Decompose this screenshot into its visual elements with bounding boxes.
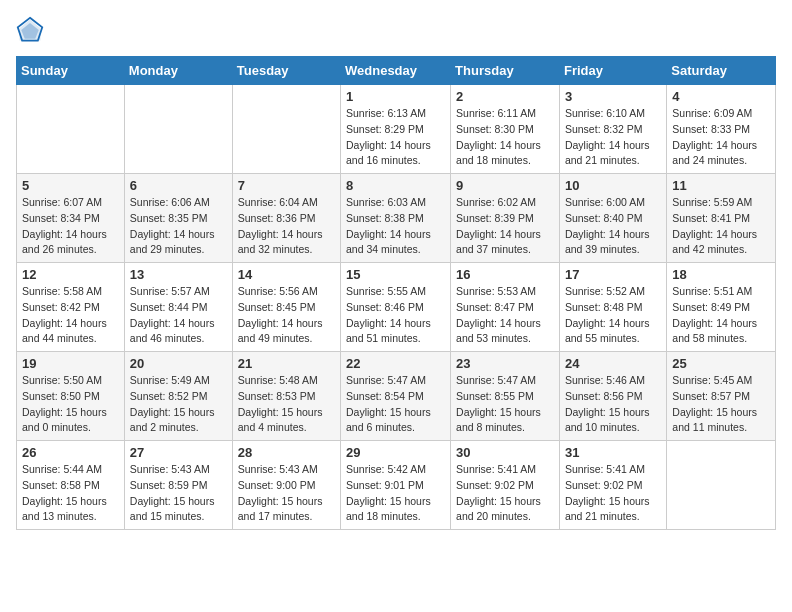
calendar-cell: 13Sunrise: 5:57 AMSunset: 8:44 PMDayligh… (124, 263, 232, 352)
day-number: 13 (130, 267, 227, 282)
calendar-cell: 4Sunrise: 6:09 AMSunset: 8:33 PMDaylight… (667, 85, 776, 174)
calendar-cell: 15Sunrise: 5:55 AMSunset: 8:46 PMDayligh… (341, 263, 451, 352)
day-number: 1 (346, 89, 445, 104)
calendar-cell: 12Sunrise: 5:58 AMSunset: 8:42 PMDayligh… (17, 263, 125, 352)
day-of-week-header: Monday (124, 57, 232, 85)
day-info: Sunrise: 5:53 AMSunset: 8:47 PMDaylight:… (456, 284, 554, 347)
day-of-week-header: Wednesday (341, 57, 451, 85)
calendar-cell: 23Sunrise: 5:47 AMSunset: 8:55 PMDayligh… (451, 352, 560, 441)
day-number: 4 (672, 89, 770, 104)
calendar-cell: 16Sunrise: 5:53 AMSunset: 8:47 PMDayligh… (451, 263, 560, 352)
day-number: 30 (456, 445, 554, 460)
day-number: 12 (22, 267, 119, 282)
day-info: Sunrise: 5:43 AMSunset: 9:00 PMDaylight:… (238, 462, 335, 525)
calendar-cell: 2Sunrise: 6:11 AMSunset: 8:30 PMDaylight… (451, 85, 560, 174)
calendar-cell: 20Sunrise: 5:49 AMSunset: 8:52 PMDayligh… (124, 352, 232, 441)
day-number: 21 (238, 356, 335, 371)
day-info: Sunrise: 6:10 AMSunset: 8:32 PMDaylight:… (565, 106, 661, 169)
calendar-cell: 7Sunrise: 6:04 AMSunset: 8:36 PMDaylight… (232, 174, 340, 263)
day-info: Sunrise: 5:51 AMSunset: 8:49 PMDaylight:… (672, 284, 770, 347)
calendar-cell: 21Sunrise: 5:48 AMSunset: 8:53 PMDayligh… (232, 352, 340, 441)
calendar-cell: 17Sunrise: 5:52 AMSunset: 8:48 PMDayligh… (559, 263, 666, 352)
calendar-week-row: 12Sunrise: 5:58 AMSunset: 8:42 PMDayligh… (17, 263, 776, 352)
day-info: Sunrise: 5:45 AMSunset: 8:57 PMDaylight:… (672, 373, 770, 436)
calendar-cell: 24Sunrise: 5:46 AMSunset: 8:56 PMDayligh… (559, 352, 666, 441)
calendar-week-row: 1Sunrise: 6:13 AMSunset: 8:29 PMDaylight… (17, 85, 776, 174)
day-info: Sunrise: 5:52 AMSunset: 8:48 PMDaylight:… (565, 284, 661, 347)
day-info: Sunrise: 5:44 AMSunset: 8:58 PMDaylight:… (22, 462, 119, 525)
day-number: 23 (456, 356, 554, 371)
day-info: Sunrise: 5:47 AMSunset: 8:54 PMDaylight:… (346, 373, 445, 436)
calendar-cell: 26Sunrise: 5:44 AMSunset: 8:58 PMDayligh… (17, 441, 125, 530)
day-info: Sunrise: 5:49 AMSunset: 8:52 PMDaylight:… (130, 373, 227, 436)
day-number: 28 (238, 445, 335, 460)
day-number: 24 (565, 356, 661, 371)
calendar-cell (124, 85, 232, 174)
day-info: Sunrise: 5:42 AMSunset: 9:01 PMDaylight:… (346, 462, 445, 525)
calendar-table: SundayMondayTuesdayWednesdayThursdayFrid… (16, 56, 776, 530)
day-info: Sunrise: 5:59 AMSunset: 8:41 PMDaylight:… (672, 195, 770, 258)
day-info: Sunrise: 5:41 AMSunset: 9:02 PMDaylight:… (456, 462, 554, 525)
day-info: Sunrise: 5:58 AMSunset: 8:42 PMDaylight:… (22, 284, 119, 347)
calendar-cell: 30Sunrise: 5:41 AMSunset: 9:02 PMDayligh… (451, 441, 560, 530)
calendar-cell: 3Sunrise: 6:10 AMSunset: 8:32 PMDaylight… (559, 85, 666, 174)
calendar-cell (667, 441, 776, 530)
day-number: 19 (22, 356, 119, 371)
calendar-week-row: 5Sunrise: 6:07 AMSunset: 8:34 PMDaylight… (17, 174, 776, 263)
day-number: 18 (672, 267, 770, 282)
calendar-cell: 31Sunrise: 5:41 AMSunset: 9:02 PMDayligh… (559, 441, 666, 530)
day-info: Sunrise: 5:43 AMSunset: 8:59 PMDaylight:… (130, 462, 227, 525)
day-number: 16 (456, 267, 554, 282)
day-number: 20 (130, 356, 227, 371)
logo (16, 16, 48, 44)
calendar-cell: 18Sunrise: 5:51 AMSunset: 8:49 PMDayligh… (667, 263, 776, 352)
calendar-cell: 6Sunrise: 6:06 AMSunset: 8:35 PMDaylight… (124, 174, 232, 263)
calendar-cell: 29Sunrise: 5:42 AMSunset: 9:01 PMDayligh… (341, 441, 451, 530)
day-of-week-header: Friday (559, 57, 666, 85)
calendar-cell: 14Sunrise: 5:56 AMSunset: 8:45 PMDayligh… (232, 263, 340, 352)
day-info: Sunrise: 5:46 AMSunset: 8:56 PMDaylight:… (565, 373, 661, 436)
day-number: 27 (130, 445, 227, 460)
day-info: Sunrise: 6:13 AMSunset: 8:29 PMDaylight:… (346, 106, 445, 169)
calendar-cell (232, 85, 340, 174)
day-info: Sunrise: 5:55 AMSunset: 8:46 PMDaylight:… (346, 284, 445, 347)
day-of-week-header: Saturday (667, 57, 776, 85)
calendar-cell: 28Sunrise: 5:43 AMSunset: 9:00 PMDayligh… (232, 441, 340, 530)
day-info: Sunrise: 6:02 AMSunset: 8:39 PMDaylight:… (456, 195, 554, 258)
day-number: 8 (346, 178, 445, 193)
day-of-week-header: Sunday (17, 57, 125, 85)
day-info: Sunrise: 5:47 AMSunset: 8:55 PMDaylight:… (456, 373, 554, 436)
day-info: Sunrise: 6:11 AMSunset: 8:30 PMDaylight:… (456, 106, 554, 169)
calendar-cell: 19Sunrise: 5:50 AMSunset: 8:50 PMDayligh… (17, 352, 125, 441)
day-number: 11 (672, 178, 770, 193)
day-info: Sunrise: 6:03 AMSunset: 8:38 PMDaylight:… (346, 195, 445, 258)
day-info: Sunrise: 5:48 AMSunset: 8:53 PMDaylight:… (238, 373, 335, 436)
day-number: 2 (456, 89, 554, 104)
day-number: 17 (565, 267, 661, 282)
day-info: Sunrise: 5:56 AMSunset: 8:45 PMDaylight:… (238, 284, 335, 347)
day-info: Sunrise: 5:57 AMSunset: 8:44 PMDaylight:… (130, 284, 227, 347)
day-number: 14 (238, 267, 335, 282)
calendar-cell: 10Sunrise: 6:00 AMSunset: 8:40 PMDayligh… (559, 174, 666, 263)
day-number: 31 (565, 445, 661, 460)
page-header (16, 16, 776, 44)
day-number: 26 (22, 445, 119, 460)
day-number: 3 (565, 89, 661, 104)
day-number: 15 (346, 267, 445, 282)
day-number: 25 (672, 356, 770, 371)
day-number: 9 (456, 178, 554, 193)
logo-icon (16, 16, 44, 44)
day-info: Sunrise: 5:41 AMSunset: 9:02 PMDaylight:… (565, 462, 661, 525)
calendar-cell: 22Sunrise: 5:47 AMSunset: 8:54 PMDayligh… (341, 352, 451, 441)
calendar-cell: 9Sunrise: 6:02 AMSunset: 8:39 PMDaylight… (451, 174, 560, 263)
calendar-cell: 8Sunrise: 6:03 AMSunset: 8:38 PMDaylight… (341, 174, 451, 263)
calendar-week-row: 19Sunrise: 5:50 AMSunset: 8:50 PMDayligh… (17, 352, 776, 441)
day-info: Sunrise: 6:06 AMSunset: 8:35 PMDaylight:… (130, 195, 227, 258)
day-info: Sunrise: 5:50 AMSunset: 8:50 PMDaylight:… (22, 373, 119, 436)
day-number: 7 (238, 178, 335, 193)
calendar-cell: 1Sunrise: 6:13 AMSunset: 8:29 PMDaylight… (341, 85, 451, 174)
day-number: 22 (346, 356, 445, 371)
day-of-week-header: Tuesday (232, 57, 340, 85)
day-number: 5 (22, 178, 119, 193)
calendar-cell (17, 85, 125, 174)
